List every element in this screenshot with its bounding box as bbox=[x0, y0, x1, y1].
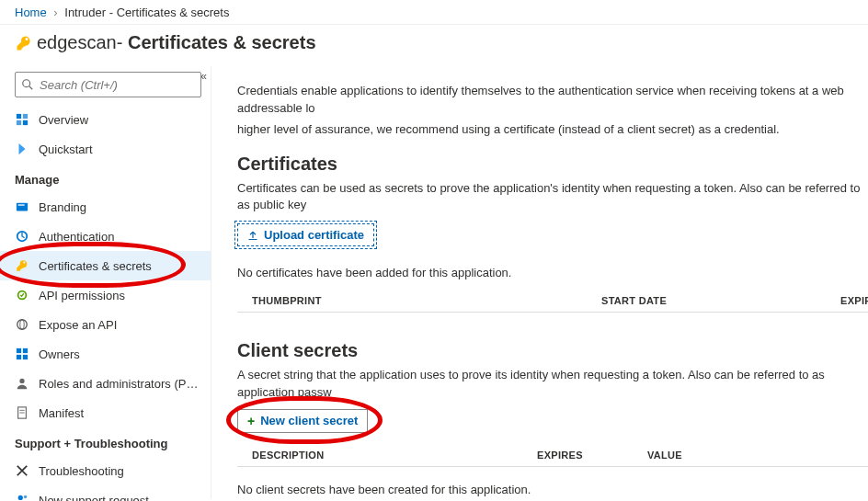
certificates-heading: Certificates bbox=[237, 154, 868, 175]
col-description: DESCRIPTION bbox=[252, 450, 537, 461]
sidebar-item-troubleshooting[interactable]: Troubleshooting bbox=[0, 456, 211, 485]
upload-button-label: Upload certificate bbox=[264, 228, 364, 242]
intro-text-1: Credentials enable applications to ident… bbox=[237, 83, 868, 118]
svg-rect-13 bbox=[23, 348, 28, 353]
col-start-date: START DATE bbox=[601, 295, 840, 306]
sidebar-item-branding[interactable]: Branding bbox=[0, 192, 211, 222]
new-client-secret-button[interactable]: + New client secret bbox=[237, 409, 368, 433]
svg-rect-5 bbox=[23, 120, 28, 125]
sidebar-item-expose-api[interactable]: Expose an API bbox=[0, 310, 211, 339]
secrets-table-header: DESCRIPTION EXPIRES VALUE bbox=[237, 440, 868, 467]
sidebar-item-certificates-secrets[interactable]: Certificates & secrets bbox=[0, 251, 211, 280]
breadcrumb-home[interactable]: Home bbox=[15, 6, 47, 19]
svg-point-11 bbox=[20, 320, 24, 330]
sidebar-item-label: Quickstart bbox=[39, 142, 93, 156]
svg-point-16 bbox=[19, 379, 24, 383]
svg-point-10 bbox=[17, 320, 28, 330]
sidebar-section-support: Support + Troubleshooting bbox=[0, 427, 211, 456]
breadcrumb-separator: › bbox=[53, 6, 57, 19]
upload-icon bbox=[247, 230, 258, 241]
search-field[interactable] bbox=[40, 78, 195, 92]
col-expires: EXPIRES bbox=[537, 450, 647, 461]
svg-rect-7 bbox=[18, 204, 25, 205]
client-secrets-desc: A secret string that the application use… bbox=[237, 367, 868, 402]
owners-icon bbox=[15, 347, 29, 361]
svg-rect-6 bbox=[17, 203, 28, 211]
main-content: Credentials enable applications to ident… bbox=[211, 66, 868, 499]
sidebar-item-label: Authentication bbox=[39, 230, 114, 244]
sidebar-item-label: Overview bbox=[39, 113, 88, 127]
col-thumbprint: THUMBPRINT bbox=[252, 295, 601, 306]
sidebar-item-authentication[interactable]: Authentication bbox=[0, 222, 211, 251]
page-title: edgescan- Certificates & secrets bbox=[0, 25, 868, 66]
sidebar-item-manifest[interactable]: Manifest bbox=[0, 398, 211, 427]
upload-certificate-button[interactable]: Upload certificate bbox=[237, 223, 374, 246]
sidebar-item-owners[interactable]: Owners bbox=[0, 339, 211, 369]
expose-api-icon bbox=[15, 317, 29, 332]
sidebar-item-roles-admins[interactable]: Roles and administrators (Previ... bbox=[0, 369, 211, 398]
sidebar-item-label: Branding bbox=[39, 200, 86, 214]
overview-icon bbox=[15, 112, 29, 127]
sidebar-item-overview[interactable]: Overview bbox=[0, 105, 211, 134]
svg-point-0 bbox=[23, 80, 30, 87]
title-section: Certificates & secrets bbox=[128, 32, 316, 52]
manifest-icon bbox=[15, 405, 29, 420]
certificates-desc: Certificates can be used as secrets to p… bbox=[237, 180, 868, 215]
svg-rect-3 bbox=[23, 114, 28, 119]
support-icon bbox=[15, 493, 29, 501]
collapse-icon[interactable]: « bbox=[200, 70, 207, 83]
intro-text-2: higher level of assurance, we recommend … bbox=[237, 121, 868, 139]
svg-rect-2 bbox=[17, 114, 21, 119]
troubleshooting-icon bbox=[15, 463, 29, 478]
svg-rect-12 bbox=[17, 348, 21, 353]
certificates-empty: No certificates have been added for this… bbox=[237, 265, 868, 282]
svg-rect-15 bbox=[23, 355, 28, 359]
col-value: VALUE bbox=[647, 450, 868, 461]
key-icon bbox=[15, 34, 33, 52]
sidebar-item-api-permissions[interactable]: API permissions bbox=[0, 280, 211, 310]
authentication-icon bbox=[15, 229, 29, 244]
search-input[interactable] bbox=[15, 72, 201, 97]
certificates-table-header: THUMBPRINT START DATE EXPIRES bbox=[237, 286, 868, 313]
sidebar-item-label: API permissions bbox=[39, 289, 125, 302]
svg-point-20 bbox=[18, 495, 23, 500]
svg-rect-4 bbox=[17, 120, 21, 125]
sidebar-item-quickstart[interactable]: Quickstart bbox=[0, 134, 211, 164]
secrets-empty: No client secrets have been created for … bbox=[237, 482, 868, 499]
svg-rect-14 bbox=[17, 355, 21, 359]
branding-icon bbox=[15, 199, 29, 214]
sidebar: « Overview Quickstart Manage Branding Au… bbox=[0, 66, 211, 499]
sidebar-item-label: New support request bbox=[39, 494, 149, 502]
quickstart-icon bbox=[15, 142, 29, 156]
roles-icon bbox=[15, 376, 29, 391]
key-icon bbox=[15, 258, 29, 273]
new-secret-button-label: New client secret bbox=[260, 414, 358, 427]
breadcrumb: Home › Intruder - Certificates & secrets bbox=[0, 0, 868, 25]
title-app: edgescan bbox=[37, 32, 117, 52]
sidebar-item-label: Manifest bbox=[39, 406, 84, 420]
sidebar-item-label: Expose an API bbox=[39, 318, 117, 332]
search-icon bbox=[21, 78, 34, 91]
svg-point-21 bbox=[24, 495, 28, 499]
breadcrumb-current: Intruder - Certificates & secrets bbox=[64, 6, 229, 19]
sidebar-item-label: Certificates & secrets bbox=[39, 259, 152, 273]
col-expires: EXPIRES bbox=[840, 295, 868, 306]
sidebar-item-label: Troubleshooting bbox=[39, 464, 124, 478]
api-permissions-icon bbox=[15, 288, 29, 302]
plus-icon: + bbox=[247, 414, 255, 428]
client-secrets-heading: Client secrets bbox=[237, 340, 868, 361]
sidebar-item-support-request[interactable]: New support request bbox=[0, 485, 211, 501]
sidebar-item-label: Roles and administrators (Previ... bbox=[39, 377, 200, 391]
svg-line-1 bbox=[29, 86, 33, 90]
sidebar-item-label: Owners bbox=[39, 347, 80, 361]
sidebar-section-manage: Manage bbox=[0, 164, 211, 192]
